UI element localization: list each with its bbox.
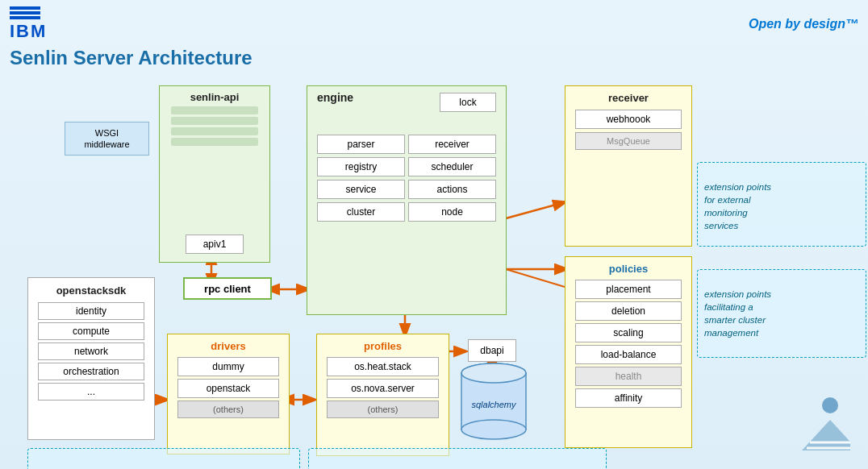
engine-lock: lock: [440, 93, 496, 112]
profile-others: (others): [327, 401, 439, 418]
ext-monitoring-box: extension points for external monitoring…: [697, 162, 866, 247]
apiv1-label: apiv1: [203, 239, 227, 250]
profiles-box: profiles os.heat.stack os.nova.server (o…: [316, 334, 449, 456]
policy-health: health: [575, 367, 682, 386]
senlin-api-box: senlin-api apiv1: [159, 85, 270, 263]
engine-node: node: [408, 202, 496, 222]
engine-actions: actions: [408, 180, 496, 199]
architecture-diagram: WSGI middleware senlin-api apiv1 engine …: [10, 77, 858, 456]
policies-title: policies: [569, 260, 688, 277]
ibm-logo: IBM: [10, 21, 47, 42]
receiver-title: receiver: [569, 89, 688, 106]
svg-point-16: [822, 397, 838, 413]
open-word: Open: [749, 17, 782, 31]
api-line-4: [171, 138, 258, 146]
sdk-orchestration: orchestration: [38, 363, 144, 380]
wsgi-middleware: WSGI middleware: [65, 122, 149, 156]
api-line-2: [171, 117, 258, 125]
engine-cluster: cluster: [317, 202, 405, 222]
engine-receiver: receiver: [408, 135, 496, 154]
sdk-identity: identity: [38, 302, 144, 320]
main-container: IBM Open by design™ Senlin Server Archit…: [0, 0, 868, 469]
engine-box: engine lock parser receiver registry sch…: [307, 85, 507, 315]
svg-text:sqlalchemy: sqlalchemy: [471, 400, 517, 409]
receiver-webhook: webhoook: [575, 110, 682, 129]
sdk-title: openstacksdk: [31, 281, 151, 300]
svg-point-14: [461, 363, 526, 383]
svg-line-9: [506, 202, 565, 218]
rpc-label: rpc client: [204, 283, 251, 295]
header: IBM Open by design™: [10, 6, 858, 42]
profile-heat: os.heat.stack: [327, 357, 439, 376]
drivers-box: drivers dummy openstack (others): [167, 334, 290, 454]
engine-registry: registry: [317, 157, 405, 176]
policies-box: policies placement deletion scaling load…: [565, 256, 692, 448]
policy-placement: placement: [575, 280, 682, 299]
sdk-more: ...: [38, 383, 144, 401]
driver-dummy: dummy: [177, 357, 279, 376]
receiver-msgqueue: MsgQueue: [575, 132, 682, 150]
policy-deletion: deletion: [575, 301, 682, 321]
profile-nova: os.nova.server: [327, 379, 439, 398]
wsgi-label: WSGI middleware: [84, 127, 129, 151]
tagline-rest: by design™: [782, 17, 858, 31]
policies-label: policies: [609, 263, 648, 275]
profiles-label: profiles: [364, 340, 402, 352]
ibm-figure: [786, 388, 850, 452]
receiver-box: receiver webhoook MsgQueue: [565, 85, 692, 247]
rpc-client-box: rpc client: [183, 277, 272, 300]
api-line-1: [171, 106, 258, 114]
svg-line-10: [506, 269, 565, 287]
engine-service: service: [317, 180, 405, 199]
apiv1-box: apiv1: [186, 234, 244, 254]
dbapi-box: dbapi: [468, 339, 516, 362]
policy-affinity: affinity: [575, 388, 682, 408]
driver-others: (others): [177, 401, 279, 418]
ext-monitoring-text: extension points for external monitoring…: [704, 182, 771, 230]
api-line-3: [171, 127, 258, 135]
policy-scaling: scaling: [575, 323, 682, 342]
page-title: Senlin Server Architecture: [10, 47, 858, 69]
open-design-tagline: Open by design™: [749, 17, 858, 31]
sdk-network: network: [38, 342, 144, 360]
ext-interfacing-box: extension points for interfacing with di…: [27, 448, 300, 469]
profiles-title: profiles: [320, 338, 445, 355]
ext-endpoints-box: extension points to talk to different en…: [308, 448, 607, 469]
engine-parser: parser: [317, 135, 405, 154]
driver-openstack: openstack: [177, 379, 279, 398]
openstacksdk-box: openstacksdk identity compute network or…: [27, 277, 155, 440]
sqlalchemy-cylinder: sqlalchemy: [457, 361, 530, 446]
senlin-api-title: senlin-api: [165, 91, 265, 103]
svg-marker-17: [802, 420, 850, 450]
ext-cluster-box: extension points facilitating a smarter …: [697, 269, 866, 358]
sdk-compute: compute: [38, 322, 144, 340]
engine-scheduler: scheduler: [408, 157, 496, 176]
svg-point-13: [461, 420, 526, 439]
ext-cluster-text: extension points facilitating a smarter …: [704, 289, 771, 338]
dbapi-label: dbapi: [480, 345, 503, 356]
drivers-title: drivers: [171, 338, 286, 355]
drivers-label: drivers: [211, 340, 245, 352]
policy-loadbalance: load-balance: [575, 345, 682, 364]
